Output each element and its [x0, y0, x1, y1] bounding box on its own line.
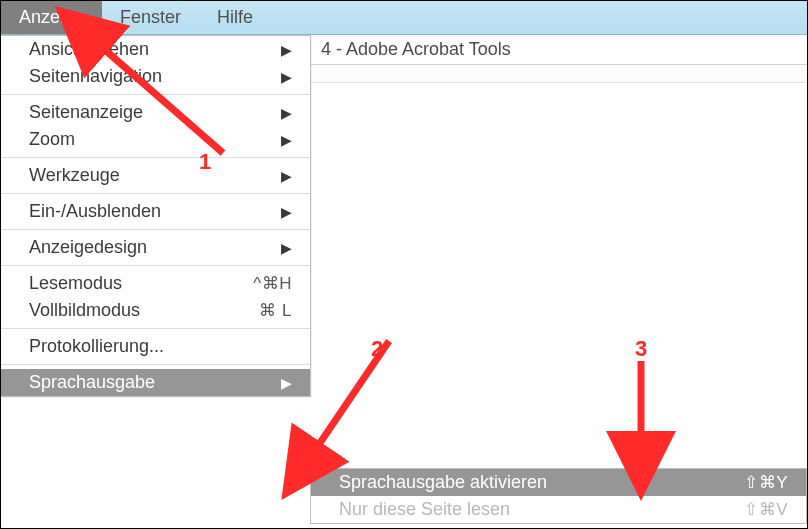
- chevron-right-icon: ▶: [278, 132, 292, 148]
- menu-item-seitennavigation[interactable]: Seitennavigation ▶: [1, 63, 310, 90]
- menu-separator: [1, 157, 310, 158]
- chevron-right-icon: ▶: [278, 204, 292, 220]
- menu-item-ansicht-drehen[interactable]: Ansicht drehen ▶: [1, 36, 310, 63]
- menu-item-lesemodus[interactable]: Lesemodus ^⌘H: [1, 270, 310, 297]
- menu-item-shortcut: ^⌘H: [253, 273, 292, 294]
- menu-item-vollbildmodus[interactable]: Vollbildmodus ⌘ L: [1, 297, 310, 324]
- menubar-item-label: Anzeige: [19, 7, 84, 28]
- chevron-right-icon: ▶: [278, 240, 292, 256]
- menu-anzeige: Ansicht drehen ▶ Seitennavigation ▶ Seit…: [1, 35, 311, 397]
- annotation-number-3: 3: [635, 336, 647, 362]
- menu-item-shortcut: ⌘ L: [259, 300, 292, 321]
- menu-item-shortcut: ⇧⌘Y: [744, 472, 788, 493]
- menu-separator: [1, 364, 310, 365]
- chevron-right-icon: ▶: [278, 105, 292, 121]
- menubar-item-label: Fenster: [120, 7, 181, 28]
- annotation-number-2: 2: [371, 336, 383, 362]
- menu-item-label: Lesemodus: [29, 273, 253, 294]
- window-title: 4 - Adobe Acrobat Tools: [321, 39, 511, 60]
- menu-item-label: Seitenanzeige: [29, 102, 278, 123]
- menu-separator: [1, 265, 310, 266]
- menu-item-label: Anzeigedesign: [29, 237, 278, 258]
- menu-item-ein-ausblenden[interactable]: Ein-/Ausblenden ▶: [1, 198, 310, 225]
- menu-separator: [1, 229, 310, 230]
- svg-line-1: [301, 341, 389, 471]
- menu-item-label: Werkzeuge: [29, 165, 278, 186]
- submenu-item-sprachausgabe-aktivieren[interactable]: Sprachausgabe aktivieren ⇧⌘Y: [311, 469, 806, 496]
- chevron-right-icon: ▶: [278, 168, 292, 184]
- menu-separator: [1, 94, 310, 95]
- chevron-right-icon: ▶: [278, 375, 292, 391]
- menu-item-label: Ansicht drehen: [29, 39, 278, 60]
- menubar-item-fenster[interactable]: Fenster: [102, 1, 199, 34]
- menu-item-werkzeuge[interactable]: Werkzeuge ▶: [1, 162, 310, 189]
- menu-item-label: Nur diese Seite lesen: [339, 499, 744, 520]
- menu-item-label: Vollbildmodus: [29, 300, 259, 321]
- menu-item-anzeigedesign[interactable]: Anzeigedesign ▶: [1, 234, 310, 261]
- menubar: Anzeige Fenster Hilfe: [1, 1, 807, 35]
- chevron-right-icon: ▶: [278, 69, 292, 85]
- chevron-right-icon: ▶: [278, 42, 292, 58]
- menubar-item-hilfe[interactable]: Hilfe: [199, 1, 271, 34]
- menubar-item-label: Hilfe: [217, 7, 253, 28]
- menu-item-label: Sprachausgabe aktivieren: [339, 472, 744, 493]
- menu-item-zoom[interactable]: Zoom ▶: [1, 126, 310, 153]
- menu-item-seitenanzeige[interactable]: Seitenanzeige ▶: [1, 99, 310, 126]
- app-frame: Anzeige Fenster Hilfe 4 - Adobe Acrobat …: [0, 0, 808, 529]
- menu-item-label: Sprachausgabe: [29, 372, 278, 393]
- menu-item-protokollierung[interactable]: Protokollierung...: [1, 333, 310, 360]
- menu-item-sprachausgabe[interactable]: Sprachausgabe ▶: [1, 369, 310, 396]
- submenu-sprachausgabe: Sprachausgabe aktivieren ⇧⌘Y Nur diese S…: [310, 468, 807, 524]
- menu-item-label: Ein-/Ausblenden: [29, 201, 278, 222]
- submenu-item-nur-diese-seite-lesen: Nur diese Seite lesen ⇧⌘V: [311, 496, 806, 523]
- menu-separator: [1, 328, 310, 329]
- menu-item-label: Protokollierung...: [29, 336, 292, 357]
- menu-item-shortcut: ⇧⌘V: [744, 499, 788, 520]
- menubar-item-anzeige[interactable]: Anzeige: [1, 1, 102, 34]
- menu-item-label: Zoom: [29, 129, 278, 150]
- menu-item-label: Seitennavigation: [29, 66, 278, 87]
- menu-separator: [1, 193, 310, 194]
